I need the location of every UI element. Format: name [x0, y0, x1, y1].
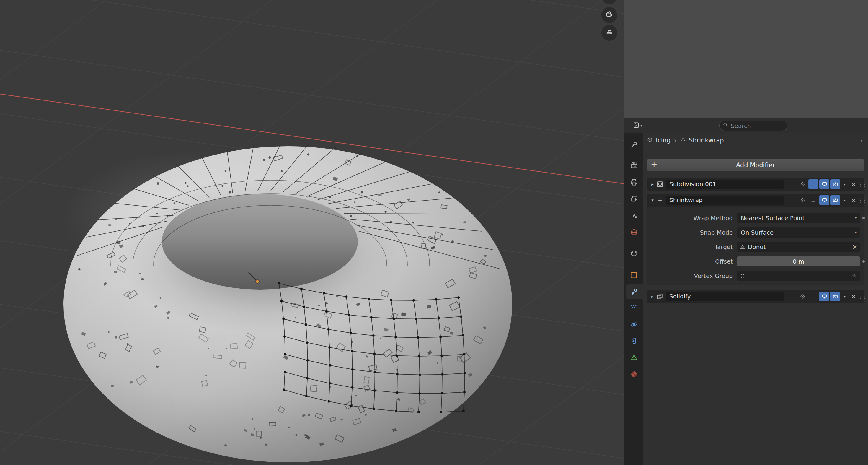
field-label: Wrap Method	[647, 213, 733, 223]
breadcrumb: Icing › Shrinkwrap	[647, 135, 724, 145]
toggle-edit-mode[interactable]	[808, 179, 818, 189]
modifier-extras-button[interactable]: ▾	[840, 182, 849, 186]
orthographic-grid-gizmo[interactable]	[601, 25, 617, 41]
toggle-on-cage[interactable]	[798, 179, 807, 189]
add-modifier-button[interactable]: + Add Modifier	[647, 159, 864, 171]
tab-scene[interactable]	[625, 209, 643, 223]
modifier-drag-handle[interactable]: ⋮⋮	[858, 197, 863, 203]
mesh-icon	[740, 244, 745, 250]
clear-target-button[interactable]: ×	[852, 243, 857, 251]
offset-row: Offset 0 m	[647, 256, 860, 266]
overflow-chevron-icon[interactable]: ›	[860, 137, 863, 144]
tab-tool[interactable]	[625, 138, 643, 152]
field-label: Target	[647, 242, 733, 252]
modifier-panel-shrinkwrap[interactable]: ▾ Shrinkwrap ▾ × ⋮⋮	[647, 194, 864, 206]
modifier-drag-handle[interactable]: ⋮⋮	[858, 181, 863, 187]
modifier-name-field[interactable]: Subdivision.001	[666, 180, 784, 189]
modifier-extras-button[interactable]: ▾	[840, 198, 849, 202]
view-layer-icon	[630, 195, 638, 204]
modifier-panel-subdivision[interactable]: ▸ Subdivision.001 ▾ × ⋮⋮	[647, 178, 864, 191]
tab-view-layer[interactable]	[625, 192, 643, 207]
toggle-edit-mode[interactable]	[808, 292, 818, 301]
world-icon	[630, 228, 638, 237]
toggle-realtime[interactable]	[819, 292, 829, 301]
wrap-method-dropdown[interactable]: Nearest Surface Point ▾	[737, 213, 860, 223]
modifier-remove-button[interactable]: ×	[849, 180, 858, 188]
shrinkwrap-modifier-icon	[680, 137, 686, 144]
field-label: Snap Mode	[647, 228, 733, 237]
toggle-realtime[interactable]	[819, 179, 829, 189]
shrinkwrap-settings: Wrap Method Nearest Surface Point ▾ Snap…	[647, 206, 864, 285]
toggle-edit-mode[interactable]	[808, 195, 818, 205]
chevron-down-icon: ▾	[855, 216, 857, 220]
viewport-canvas[interactable]	[0, 0, 624, 465]
3d-viewport[interactable]	[0, 0, 624, 465]
editor-type-button[interactable]: ▾	[628, 120, 646, 131]
origin-marker[interactable]	[256, 280, 259, 283]
modifier-remove-button[interactable]: ×	[849, 197, 858, 204]
upper-editor-region	[624, 0, 868, 118]
toggle-on-cage[interactable]	[798, 292, 807, 301]
toggle-realtime[interactable]	[819, 195, 829, 205]
field-label: Offset	[647, 256, 733, 266]
tab-object[interactable]	[625, 268, 643, 283]
properties-editor: ▾	[624, 118, 868, 465]
tab-output[interactable]	[625, 175, 643, 190]
tab-particles[interactable]	[625, 301, 643, 316]
dropdown-value: On Surface	[741, 229, 774, 236]
tab-object-data[interactable]	[625, 350, 643, 365]
blender-window: ▾	[0, 0, 868, 465]
properties-tab-strip	[624, 133, 643, 465]
physics-icon	[630, 321, 638, 330]
toggle-render[interactable]	[830, 179, 840, 189]
donut-mesh[interactable]	[62, 146, 512, 462]
breadcrumb-modifier[interactable]: Shrinkwrap	[689, 137, 724, 144]
vertex-group-row: Vertex Group	[647, 271, 860, 281]
tab-modifiers[interactable]	[626, 285, 643, 299]
search-box[interactable]	[719, 120, 787, 131]
tab-material[interactable]	[625, 367, 643, 382]
constraints-icon	[630, 337, 638, 346]
tab-constraints[interactable]	[625, 334, 643, 349]
toggle-render[interactable]	[830, 292, 840, 301]
modifier-name-field[interactable]: Solidify	[666, 292, 784, 301]
search-input[interactable]	[731, 122, 775, 129]
expand-right-icon[interactable]: ▸	[649, 294, 656, 299]
tab-physics[interactable]	[625, 318, 643, 332]
object-icon	[647, 137, 653, 144]
animate-dot[interactable]	[862, 260, 865, 263]
toggle-on-cage[interactable]	[798, 195, 807, 205]
target-object-field[interactable]: Donut ×	[737, 242, 860, 252]
breadcrumb-object[interactable]: Icing	[656, 137, 671, 144]
vertex-group-icon	[740, 273, 745, 279]
snap-mode-dropdown[interactable]: On Surface ▾	[737, 228, 860, 237]
invert-vertex-group-icon[interactable]	[851, 273, 857, 279]
modifier-name-field[interactable]: Shrinkwrap	[666, 196, 784, 205]
tab-world[interactable]	[625, 225, 643, 240]
tab-render[interactable]	[625, 158, 643, 173]
scene-icon	[630, 211, 638, 221]
object-icon	[630, 271, 638, 280]
offset-number-field[interactable]: 0 m	[737, 256, 860, 266]
properties-editor-icon	[633, 122, 640, 130]
modifier-remove-button[interactable]: ×	[849, 293, 858, 300]
chevron-down-icon: ▾	[640, 124, 642, 127]
modifier-panel-solidify[interactable]: ▸ Solidify ▾ × ⋮⋮	[647, 290, 864, 303]
render-icon	[630, 161, 638, 171]
camera-view-gizmo[interactable]	[601, 7, 617, 23]
search-icon	[723, 122, 728, 129]
toggle-render[interactable]	[830, 195, 840, 205]
modifier-drag-handle[interactable]: ⋮⋮	[858, 294, 863, 299]
vertex-group-field[interactable]	[737, 271, 860, 281]
expand-right-icon[interactable]: ▸	[649, 182, 656, 187]
animate-dot[interactable]	[862, 217, 865, 219]
field-label: Vertex Group	[647, 271, 733, 281]
wrench-icon	[630, 287, 638, 297]
mesh-data-icon	[630, 353, 638, 362]
modifier-extras-button[interactable]: ▾	[840, 294, 849, 299]
tool-icon	[630, 141, 638, 150]
properties-main-region: Icing › Shrinkwrap › + Add Modifier ▸ Su…	[643, 133, 868, 465]
plus-icon: +	[651, 159, 657, 169]
expand-down-icon[interactable]: ▾	[649, 198, 656, 203]
tab-collection[interactable]	[625, 246, 643, 261]
